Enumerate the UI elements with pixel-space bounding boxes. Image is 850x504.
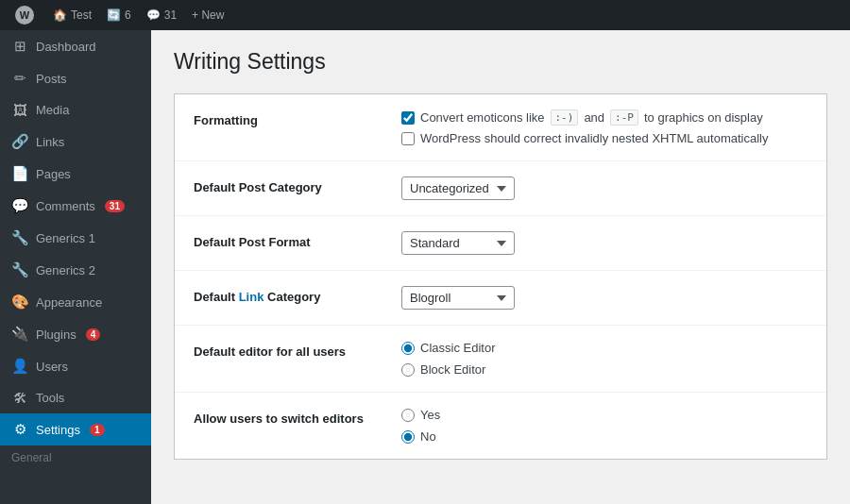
sidebar-item-dashboard[interactable]: ⊞Dashboard	[0, 30, 151, 62]
sidebar-item-pages[interactable]: 📄Pages	[0, 158, 151, 190]
formatting-option1: Convert emoticons like :-) and :-P to gr…	[401, 109, 808, 126]
comments-icon: 💬	[11, 197, 28, 214]
block-editor-radio[interactable]	[401, 363, 415, 377]
main-layout: ⊞Dashboard✏Posts🖼Media🔗Links📄Pages💬Comme…	[0, 30, 850, 504]
allow-switch-row: Allow users to switch editors Yes No	[175, 393, 826, 459]
emoticons-and: and	[584, 110, 604, 125]
default-post-category-control: Uncategorized	[401, 176, 808, 200]
default-link-category-label: Default Link Category	[194, 286, 382, 304]
refresh-icon: 🔄	[107, 8, 121, 22]
sidebar-item-media[interactable]: 🖼Media	[0, 94, 151, 126]
sidebar-item-posts[interactable]: ✏Posts	[0, 62, 151, 94]
default-link-category-row: Default Link Category Blogroll	[175, 271, 826, 326]
appearance-icon: 🎨	[11, 294, 28, 311]
emoticons-checkbox[interactable]	[401, 111, 415, 125]
default-link-category-select[interactable]: Blogroll	[401, 286, 515, 310]
default-editor-row: Default editor for all users Classic Edi…	[175, 326, 826, 393]
users-icon: 👤	[11, 358, 28, 375]
classic-editor-option: Classic Editor	[401, 341, 808, 355]
default-post-format-select[interactable]: Standard	[401, 231, 515, 255]
home-icon: 🏠	[53, 8, 67, 22]
sidebar-item-comments[interactable]: 💬Comments31	[0, 190, 151, 222]
sidebar-badge-comments: 31	[105, 200, 125, 212]
sidebar-label-tools: Tools	[36, 391, 64, 405]
switch-no-label: No	[420, 429, 436, 444]
sidebar-item-generics2[interactable]: 🔧Generics 2	[0, 254, 151, 286]
xhtml-checkbox[interactable]	[401, 132, 415, 145]
top-bar: W 🏠 Test 🔄 6 💬 31 + New	[0, 0, 850, 30]
block-editor-label: Block Editor	[420, 362, 485, 377]
switch-yes-option: Yes	[401, 408, 808, 422]
default-post-category-row: Default Post Category Uncategorized	[175, 161, 826, 216]
wp-logo-item[interactable]: W	[8, 0, 45, 30]
classic-editor-label: Classic Editor	[420, 341, 495, 355]
sidebar-badge-plugins: 4	[86, 328, 101, 341]
pages-icon: 📄	[11, 165, 28, 182]
sidebar-label-users: Users	[36, 360, 68, 374]
new-item[interactable]: + New	[184, 0, 231, 30]
default-post-format-label: Default Post Format	[194, 231, 382, 249]
sidebar-label-comments: Comments	[36, 199, 95, 213]
generics2-icon: 🔧	[11, 261, 28, 278]
emoticons-text-before: Convert emoticons like	[420, 110, 545, 125]
block-editor-option: Block Editor	[401, 362, 808, 377]
sidebar: ⊞Dashboard✏Posts🖼Media🔗Links📄Pages💬Comme…	[0, 30, 151, 504]
default-editor-control: Classic Editor Block Editor	[401, 341, 808, 377]
links-icon: 🔗	[11, 133, 28, 150]
sidebar-item-generics1[interactable]: 🔧Generics 1	[0, 222, 151, 254]
posts-icon: ✏	[11, 70, 28, 87]
default-link-category-control: Blogroll	[401, 286, 808, 310]
switch-no-option: No	[401, 429, 808, 444]
settings-form: Formatting Convert emoticons like :-) an…	[174, 93, 827, 460]
default-link-label-highlight: Link	[239, 290, 264, 304]
classic-editor-radio[interactable]	[401, 342, 415, 355]
switch-yes-radio[interactable]	[401, 409, 415, 422]
comments-item[interactable]: 💬 31	[139, 0, 184, 30]
generics1-icon: 🔧	[11, 229, 28, 246]
sidebar-label-pages: Pages	[36, 167, 71, 181]
sidebar-item-settings[interactable]: ⚙Settings1	[0, 413, 151, 445]
emoticon-code1: :-)	[551, 109, 579, 126]
tools-icon: 🛠	[11, 390, 28, 406]
sidebar-label-generics1: Generics 1	[36, 231, 95, 245]
sidebar-item-links[interactable]: 🔗Links	[0, 126, 151, 158]
sidebar-item-tools[interactable]: 🛠Tools	[0, 382, 151, 413]
sidebar-item-users[interactable]: 👤Users	[0, 350, 151, 382]
wp-logo: W	[15, 6, 34, 25]
updates-count: 6	[125, 8, 131, 22]
sidebar-label-settings: Settings	[36, 423, 80, 437]
sidebar-item-plugins[interactable]: 🔌Plugins4	[0, 318, 151, 350]
page-title: Writing Settings	[174, 49, 827, 75]
sidebar-label-appearance: Appearance	[36, 295, 102, 310]
sidebar-footer-general[interactable]: General	[0, 445, 151, 470]
sidebar-label-posts: Posts	[36, 72, 67, 86]
settings-icon: ⚙	[11, 421, 28, 438]
dashboard-icon: ⊞	[11, 38, 28, 55]
allow-switch-label: Allow users to switch editors	[194, 408, 382, 426]
default-post-format-control: Standard	[401, 231, 808, 255]
switch-no-radio[interactable]	[401, 430, 415, 444]
sidebar-item-appearance[interactable]: 🎨Appearance	[0, 286, 151, 318]
xhtml-text: WordPress should correct invalidly neste…	[420, 131, 768, 145]
site-name: Test	[71, 8, 92, 22]
formatting-control: Convert emoticons like :-) and :-P to gr…	[401, 109, 808, 145]
formatting-label: Formatting	[194, 109, 382, 127]
sidebar-label-dashboard: Dashboard	[36, 40, 96, 54]
content-area: Writing Settings Formatting Convert emot…	[151, 30, 850, 504]
sidebar-badge-settings: 1	[90, 424, 105, 436]
comments-count: 31	[164, 8, 177, 22]
sidebar-label-generics2: Generics 2	[36, 263, 95, 277]
default-post-format-row: Default Post Format Standard	[175, 216, 826, 271]
default-post-category-select[interactable]: Uncategorized	[401, 176, 515, 200]
comment-icon: 💬	[146, 8, 161, 22]
emoticons-text-after: to graphics on display	[644, 110, 763, 125]
sidebar-label-media: Media	[36, 103, 69, 117]
default-post-category-label: Default Post Category	[194, 176, 382, 194]
formatting-row: Formatting Convert emoticons like :-) an…	[175, 94, 826, 161]
formatting-option2: WordPress should correct invalidly neste…	[401, 131, 808, 145]
default-editor-label: Default editor for all users	[194, 341, 382, 359]
allow-switch-control: Yes No	[401, 408, 808, 444]
updates-item[interactable]: 🔄 6	[99, 0, 139, 30]
sidebar-label-links: Links	[36, 135, 64, 149]
site-name-item[interactable]: 🏠 Test	[45, 0, 99, 30]
